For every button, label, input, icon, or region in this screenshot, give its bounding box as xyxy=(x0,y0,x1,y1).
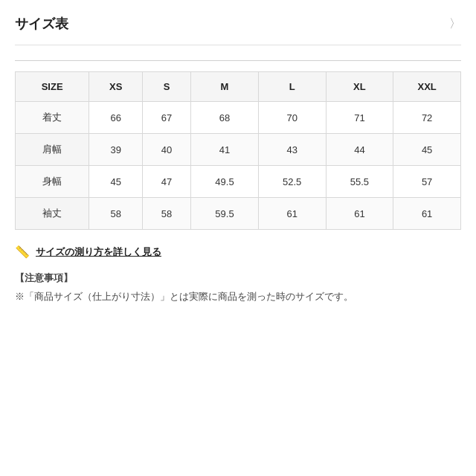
cell-row0-col4: 71 xyxy=(326,102,393,134)
column-header-size: SIZE xyxy=(16,72,89,102)
column-header-s: S xyxy=(143,72,191,102)
cell-row1-col5: 45 xyxy=(393,134,461,166)
row-label-1: 肩幅 xyxy=(16,134,89,166)
size-table: SIZEXSSMLXLXXL 着丈666768707172肩幅394041434… xyxy=(15,71,461,230)
table-row: 肩幅394041434445 xyxy=(16,134,461,166)
chevron-right-icon[interactable]: 〉 xyxy=(449,16,461,32)
column-header-m: M xyxy=(191,72,259,102)
cell-row3-col0: 58 xyxy=(89,198,143,230)
cell-row2-col2: 49.5 xyxy=(191,166,259,198)
measure-icon: 📏 xyxy=(15,245,30,259)
notes-section: 【注意事項】 ※「商品サイズ（仕上がり寸法）」とは実際に商品を測った時のサイズで… xyxy=(15,271,461,305)
cell-row3-col2: 59.5 xyxy=(191,198,259,230)
cell-row2-col5: 57 xyxy=(393,166,461,198)
cell-row1-col1: 40 xyxy=(143,134,191,166)
top-bar: サイズ表 〉 xyxy=(15,15,461,45)
table-row: 袖丈585859.5616161 xyxy=(16,198,461,230)
cell-row3-col4: 61 xyxy=(326,198,393,230)
notes-title: 【注意事項】 xyxy=(15,271,461,286)
cell-row2-col1: 47 xyxy=(143,166,191,198)
section-title: サイズ表 xyxy=(15,15,68,33)
cell-row3-col3: 61 xyxy=(258,198,326,230)
table-header-row: SIZEXSSMLXLXXL xyxy=(16,72,461,102)
measure-link-row[interactable]: 📏 サイズの測り方を詳しく見る xyxy=(15,245,461,259)
table-row: 着丈666768707172 xyxy=(16,102,461,134)
column-header-l: L xyxy=(258,72,326,102)
section-title-text: サイズ表 xyxy=(15,15,68,33)
cell-row2-col0: 45 xyxy=(89,166,143,198)
row-label-2: 身幅 xyxy=(16,166,89,198)
notes-text: ※「商品サイズ（仕上がり寸法）」とは実際に商品を測った時のサイズです。 xyxy=(15,289,461,305)
column-header-xxl: XXL xyxy=(393,72,461,102)
cell-row2-col3: 52.5 xyxy=(258,166,326,198)
cell-row2-col4: 55.5 xyxy=(326,166,393,198)
row-label-0: 着丈 xyxy=(16,102,89,134)
cell-row3-col1: 58 xyxy=(143,198,191,230)
cell-row0-col2: 68 xyxy=(191,102,259,134)
cell-row0-col5: 72 xyxy=(393,102,461,134)
page-container: サイズ表 〉 SIZEXSSMLXLXXL 着丈666768707172肩幅39… xyxy=(0,0,476,320)
cell-row1-col0: 39 xyxy=(89,134,143,166)
cell-row0-col0: 66 xyxy=(89,102,143,134)
divider xyxy=(15,60,461,61)
cell-row1-col4: 44 xyxy=(326,134,393,166)
table-row: 身幅454749.552.555.557 xyxy=(16,166,461,198)
cell-row1-col2: 41 xyxy=(191,134,259,166)
column-header-xl: XL xyxy=(326,72,393,102)
column-header-xs: XS xyxy=(89,72,143,102)
cell-row3-col5: 61 xyxy=(393,198,461,230)
cell-row1-col3: 43 xyxy=(258,134,326,166)
cell-row0-col1: 67 xyxy=(143,102,191,134)
cell-row0-col3: 70 xyxy=(258,102,326,134)
measure-link-text[interactable]: サイズの測り方を詳しく見る xyxy=(36,245,161,259)
row-label-3: 袖丈 xyxy=(16,198,89,230)
